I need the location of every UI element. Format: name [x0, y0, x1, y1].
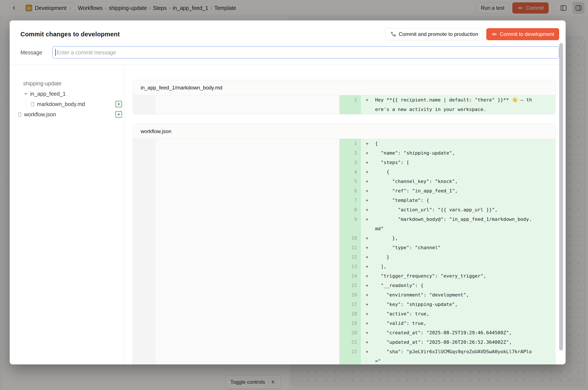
diff-add-icon [115, 111, 122, 118]
line-code: {+ [361, 139, 555, 148]
line-code: }+ [361, 252, 555, 262]
line-number: 10 [339, 234, 361, 243]
diff-line: 2 "name": "shipping-update",+ [339, 148, 555, 158]
line-code: "__readonly": {+ [361, 281, 555, 290]
modal-body: shipping-update in_app_feed_1 markdown_b… [10, 65, 566, 364]
line-number: 8 [339, 205, 361, 215]
diff-line: 9 "markdown_body@": "in_app_feed_1/markd… [339, 215, 555, 234]
tree-item-workflow-root: shipping-update [10, 78, 124, 89]
diff-line: 20 "created_at": "2025-08-25T19:29:46.64… [339, 328, 555, 338]
added-marker: + [366, 309, 369, 319]
line-code: ],+ [361, 262, 555, 271]
diff-file-card: in_app_feed_1/markdown_body.md1Hey **{{ … [133, 80, 555, 114]
old-line-gutter [133, 95, 156, 114]
added-marker: + [366, 215, 369, 224]
diff-line: 11 "type": "channel"+ [339, 243, 555, 252]
added-marker: + [366, 300, 369, 309]
line-code: "sha": "pJeLVir6xIlUCMGqs9qroZoUAVDSwA0y… [361, 347, 555, 364]
line-code: "active": true,+ [361, 309, 555, 319]
modal-title: Commit changes to development [20, 31, 120, 38]
line-code: "action_url": "{{ vars.app_url }}",+ [361, 205, 555, 215]
diff-line: 5 "channel_key": "knock",+ [339, 177, 555, 186]
line-number: 2 [339, 148, 361, 158]
line-number: 12 [339, 252, 361, 262]
line-code: "steps": [+ [361, 158, 555, 167]
line-code: "updated_at": "2025-08-26T20:26:52.36400… [361, 338, 555, 347]
added-marker: + [366, 95, 369, 105]
message-label: Message [20, 49, 52, 56]
line-code: "markdown_body@": "in_app_feed_1/markdow… [361, 215, 555, 234]
diff-panel: in_app_feed_1/markdown_body.md1Hey **{{ … [124, 65, 566, 364]
line-code: "name": "shipping-update",+ [361, 148, 555, 158]
added-marker: + [366, 281, 369, 290]
promote-icon [390, 31, 396, 37]
diff-line: 22 "sha": "pJeLVir6xIlUCMGqs9qroZoUAVDSw… [339, 347, 555, 364]
diff-line: 19 "valid": true,+ [339, 319, 555, 328]
diff-line: 10 },+ [339, 234, 555, 243]
line-number: 21 [339, 338, 361, 347]
diff-line: 18 "active": true,+ [339, 309, 555, 319]
old-line-gutter [133, 139, 156, 364]
changed-files-tree: shipping-update in_app_feed_1 markdown_b… [10, 65, 124, 364]
line-number: 1 [339, 139, 361, 148]
line-number: 14 [339, 271, 361, 281]
tree-item-step-group[interactable]: in_app_feed_1 [10, 89, 124, 99]
line-code: "created_at": "2025-08-25T19:29:46.64450… [361, 328, 555, 338]
added-marker: + [366, 177, 369, 186]
line-number: 22 [339, 347, 361, 364]
line-code: {+ [361, 167, 555, 177]
line-number: 15 [339, 281, 361, 290]
modal-scrollbar-thumb[interactable] [559, 43, 563, 350]
diff-add-icon [115, 101, 122, 107]
added-marker: + [366, 186, 369, 196]
added-marker: + [366, 328, 369, 338]
tree-item-workflow-json[interactable]: workflow.json [10, 109, 124, 120]
line-code: "key": "shipping-update",+ [361, 300, 555, 309]
diff-line: 1Hey **{{ recipient.name | default: "the… [339, 95, 555, 114]
line-code: "type": "channel"+ [361, 243, 555, 252]
line-number: 11 [339, 243, 361, 252]
line-code: "ref": "in_app_feed_1",+ [361, 186, 555, 196]
added-marker: + [366, 338, 369, 347]
line-number: 16 [339, 290, 361, 300]
line-code: "environment": "development",+ [361, 290, 555, 300]
commit-message-input[interactable] [52, 46, 559, 59]
added-marker: + [366, 290, 369, 300]
line-number: 5 [339, 177, 361, 186]
added-marker: + [366, 158, 369, 167]
diff-line: 3 "steps": [+ [339, 158, 555, 167]
commit-icon [491, 31, 497, 37]
line-code: "template": {+ [361, 196, 555, 205]
line-number: 9 [339, 215, 361, 234]
tree-item-markdown-body[interactable]: markdown_body.md [10, 99, 124, 109]
added-lines-column: 1Hey **{{ recipient.name | default: "the… [339, 95, 555, 114]
line-code: "trigger_frequency": "every_trigger",+ [361, 271, 555, 281]
file-icon [30, 102, 35, 106]
modal-header: Commit changes to development Commit and… [10, 20, 566, 65]
diff-line: 21 "updated_at": "2025-08-26T20:26:52.36… [339, 338, 555, 347]
diff-line: 15 "__readonly": {+ [339, 281, 555, 290]
app-screen: Development › Workflows›shipping-update›… [0, 0, 588, 390]
added-marker: + [366, 262, 369, 271]
commit-to-development-button[interactable]: Commit to development [486, 28, 559, 40]
diff-file-name: workflow.json [133, 124, 555, 139]
line-number: 4 [339, 167, 361, 177]
line-code: },+ [361, 234, 555, 243]
added-marker: + [366, 252, 369, 262]
commit-and-promote-button[interactable]: Commit and promote to production [385, 28, 483, 40]
added-marker: + [366, 319, 369, 328]
added-marker: + [366, 148, 369, 158]
diff-line: 6 "ref": "in_app_feed_1",+ [339, 186, 555, 196]
added-marker: + [366, 243, 369, 252]
added-marker: + [366, 347, 369, 356]
line-number: 6 [339, 186, 361, 196]
old-content-blank [156, 95, 339, 114]
diff-line: 4 {+ [339, 167, 555, 177]
added-marker: + [366, 205, 369, 215]
diff-line: 1{+ [339, 139, 555, 148]
line-number: 19 [339, 319, 361, 328]
commit-changes-modal: Commit changes to development Commit and… [10, 20, 566, 364]
line-code: "channel_key": "knock",+ [361, 177, 555, 186]
added-marker: + [366, 271, 369, 281]
line-number: 17 [339, 300, 361, 309]
